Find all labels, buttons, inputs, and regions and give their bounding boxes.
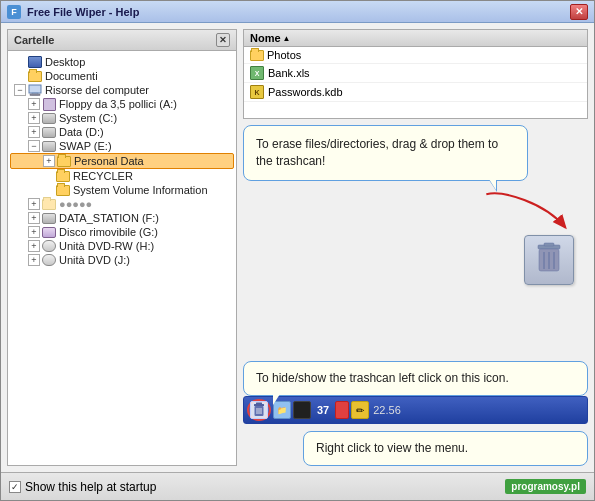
hdd-icon: [42, 112, 56, 124]
taskbar-red-item[interactable]: [335, 399, 349, 421]
taskbar-trash-item[interactable]: [247, 399, 271, 421]
startup-checkbox[interactable]: [9, 481, 21, 493]
tree-item-dvd-h[interactable]: + Unità DVD-RW (H:): [10, 239, 234, 253]
expander[interactable]: +: [28, 226, 40, 238]
file-tree: Desktop Documenti −: [8, 51, 236, 465]
expander[interactable]: +: [28, 98, 40, 110]
hdd-icon: [42, 212, 56, 224]
folder-icon: [42, 199, 56, 210]
folder-icon: [250, 50, 264, 61]
svg-rect-2: [30, 94, 40, 96]
xls-icon: X: [250, 66, 264, 80]
expander[interactable]: +: [28, 198, 40, 210]
instruction-area: To erase files/directories, drag & drop …: [243, 125, 588, 466]
tree-label: Documenti: [45, 70, 98, 82]
window-title: Free File Wiper - Help: [27, 6, 139, 18]
file-item-bank[interactable]: X Bank.xls: [244, 64, 587, 83]
tree-item-personal-data[interactable]: + Personal Data: [10, 153, 234, 169]
main-window: F Free File Wiper - Help ✕ Cartelle ✕ De…: [0, 0, 595, 501]
right-panel: Nome ▲ Photos X Bank.xls K Passwords.kdb: [243, 29, 588, 466]
tree-label: Unità DVD (J:): [59, 254, 130, 266]
taskbar-trash-icon: [250, 401, 268, 419]
brand-badge: programosy.pl: [505, 479, 586, 494]
expander[interactable]: +: [28, 254, 40, 266]
tree-label: Unità DVD-RW (H:): [59, 240, 154, 252]
tree-label: System (C:): [59, 112, 117, 124]
file-list-title: Nome: [250, 32, 281, 44]
folder-icon: [28, 71, 42, 82]
tree-label: System Volume Information: [73, 184, 208, 196]
tree-label: ●●●●●: [59, 198, 92, 210]
left-panel-header: Cartelle ✕: [8, 30, 236, 51]
title-bar: F Free File Wiper - Help ✕: [1, 1, 594, 23]
left-panel-title: Cartelle: [14, 34, 54, 46]
tree-item-hidden[interactable]: + ●●●●●: [10, 197, 234, 211]
expander-spacer: [14, 56, 26, 68]
drag-arrow: [478, 183, 578, 243]
tree-item-risorse[interactable]: − Risorse del computer: [10, 83, 234, 97]
tree-item-dvd-j[interactable]: + Unità DVD (J:): [10, 253, 234, 267]
file-item-passwords[interactable]: K Passwords.kdb: [244, 83, 587, 102]
tree-item-data-d[interactable]: + Data (D:): [10, 125, 234, 139]
trashcan-svg: [534, 242, 564, 278]
file-name: Passwords.kdb: [268, 86, 343, 98]
bottom-bar: Show this help at startup programosy.pl: [1, 472, 594, 500]
tree-item-disco-g[interactable]: + Disco rimovibile (G:): [10, 225, 234, 239]
taskbar-strip: 📁 37 ✏ 22.56: [243, 396, 588, 424]
taskbar-red-icon: [335, 401, 349, 419]
tree-label: Personal Data: [74, 155, 144, 167]
tree-item-swap-e[interactable]: − SWAP (E:): [10, 139, 234, 153]
folder-icon: [57, 156, 71, 167]
title-bar-left: F Free File Wiper - Help: [7, 5, 139, 19]
tree-item-recycler[interactable]: RECYCLER: [10, 169, 234, 183]
tree-item-system-c[interactable]: + System (C:): [10, 111, 234, 125]
hdd-icon: [42, 140, 56, 152]
floppy-icon: [42, 98, 56, 110]
tree-item-system-volume[interactable]: System Volume Information: [10, 183, 234, 197]
tree-item-data-f[interactable]: + DATA_STATION (F:): [10, 211, 234, 225]
checkbox-container: Show this help at startup: [9, 480, 156, 494]
expander[interactable]: +: [28, 212, 40, 224]
tree-label: Disco rimovibile (G:): [59, 226, 158, 238]
folder-icon: [56, 185, 70, 196]
expander-spacer: [42, 170, 54, 182]
sort-arrow: ▲: [283, 34, 291, 43]
svg-rect-0: [29, 85, 41, 93]
expander-spacer: [14, 70, 26, 82]
expander[interactable]: −: [28, 140, 40, 152]
expander[interactable]: −: [14, 84, 26, 96]
taskbar-number1: 37: [313, 404, 333, 416]
tree-label: Desktop: [45, 56, 85, 68]
folder-icon: [56, 171, 70, 182]
taskbar-black-icon: [293, 401, 311, 419]
bubble-top-text: To erase files/directories, drag & drop …: [256, 137, 498, 168]
tree-label: RECYCLER: [73, 170, 133, 182]
bubble-middle: To hide/show the trashcan left click on …: [243, 361, 588, 396]
tree-label: Risorse del computer: [45, 84, 149, 96]
bubble-bottom-outer: Right click to view the menu.: [303, 431, 588, 466]
trashcan-icon[interactable]: [524, 235, 574, 285]
main-content: Cartelle ✕ Desktop Documenti: [1, 23, 594, 472]
expander[interactable]: +: [43, 155, 55, 167]
file-name: Photos: [267, 49, 301, 61]
svg-rect-5: [544, 243, 554, 246]
left-panel-close[interactable]: ✕: [216, 33, 230, 47]
hdd-icon: [42, 126, 56, 138]
taskbar-pencil-item[interactable]: ✏: [351, 399, 369, 421]
tree-item-floppy[interactable]: + Floppy da 3,5 pollici (A:): [10, 97, 234, 111]
taskbar-black-item[interactable]: [293, 399, 311, 421]
desktop-icon: [28, 56, 42, 68]
file-item-photos[interactable]: Photos: [244, 47, 587, 64]
tree-label: SWAP (E:): [59, 140, 112, 152]
expander[interactable]: +: [28, 126, 40, 138]
left-panel: Cartelle ✕ Desktop Documenti: [7, 29, 237, 466]
bubble-top: To erase files/directories, drag & drop …: [243, 125, 528, 181]
expander[interactable]: +: [28, 112, 40, 124]
window-close-button[interactable]: ✕: [570, 4, 588, 20]
svg-rect-11: [256, 403, 262, 405]
removable-icon: [42, 226, 56, 238]
tree-item-documenti[interactable]: Documenti: [10, 69, 234, 83]
expander[interactable]: +: [28, 240, 40, 252]
bubble-middle-text: To hide/show the trashcan left click on …: [256, 371, 509, 385]
tree-item-desktop[interactable]: Desktop: [10, 55, 234, 69]
